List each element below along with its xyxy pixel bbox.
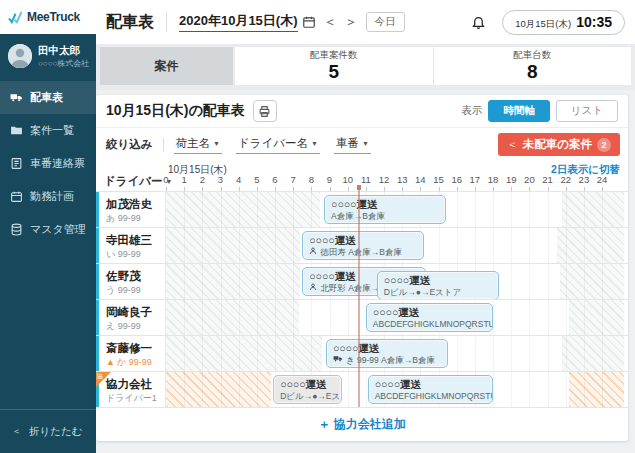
unavailable-hatch: [562, 192, 624, 227]
sidebar: MeeTruck 田中太郎 ○○○○株式会社 配車表案件一覧車番連絡票勤務計画マ…: [0, 0, 96, 453]
caret-down-icon: ▼: [311, 140, 318, 147]
app-logo: MeeTruck: [0, 0, 96, 34]
driver-label: 協協力会社ドライバー1: [96, 372, 166, 407]
add-partner-button[interactable]: ＋ 協力会社追加: [318, 416, 405, 433]
dispatch-card[interactable]: ○○○○運送ABCDEFGHIGKLMNOPQRSTU倉庫…: [366, 303, 493, 332]
date-picker-value[interactable]: 2020年10月15日(木): [179, 12, 298, 32]
hour-gridline: [511, 264, 512, 299]
hour-gridline: [202, 336, 203, 371]
driver-rows: 加茂浩史あ 99-99○○○○運送A倉庫→B倉庫寺田雄三い 99-99○○○○運…: [96, 191, 628, 407]
hour-label: 14: [415, 174, 426, 185]
hour-label: 19: [506, 174, 517, 185]
stat-value: 8: [527, 62, 538, 83]
hour-gridline: [493, 336, 494, 371]
timeline-header: ドライバー▼ 10月15日(木) 2日表示に切替 012345678910111…: [96, 161, 628, 191]
hour-label: 9: [327, 174, 332, 185]
hour-gridline: [202, 192, 203, 227]
filter-dropdown-label: 荷主名: [176, 137, 211, 149]
filter-bar: 絞り込み 荷主名▼ドライバー名▼車番▼ ＜ 未配車の案件 2: [96, 128, 628, 161]
hour-gridline: [202, 228, 203, 263]
sidebar-item-3[interactable]: 勤務計画: [0, 180, 96, 213]
dispatch-card[interactable]: ○○○○運送き 99-99 A倉庫→B倉庫: [326, 339, 448, 368]
view-option-1[interactable]: リスト: [556, 100, 618, 122]
hour-gridline: [257, 228, 258, 263]
board-title: 10月15日(木)の配車表: [106, 102, 245, 120]
dispatch-card-route: ABCDEFGHIGKLMNOPQRSTU倉庫…: [373, 319, 486, 330]
driver-plate-text: い 99-99: [106, 249, 141, 259]
hour-gridline: [348, 300, 349, 335]
stat-value: 5: [328, 62, 339, 83]
database-icon: [10, 223, 23, 236]
dispatch-card[interactable]: ○○○○運送徳田寿 A倉庫→B倉庫: [302, 231, 424, 260]
next-day-button[interactable]: ＞: [341, 13, 362, 31]
board-footer: ＋ 協力会社追加: [96, 407, 628, 441]
sidebar-item-4[interactable]: マスタ管理: [0, 213, 96, 246]
sidebar-item-2[interactable]: 車番連絡票: [0, 147, 96, 180]
dispatch-board: 10月15日(木)の配車表 表示 時間軸リスト 絞り込み 荷主名▼ドライバー名▼…: [96, 95, 628, 441]
sidebar-item-1[interactable]: 案件一覧: [0, 114, 96, 147]
row-accent: [96, 228, 99, 263]
unavailable-hatch: [557, 228, 624, 263]
dispatch-card[interactable]: ○○○○運送A倉庫→B倉庫: [324, 195, 446, 224]
print-button[interactable]: [253, 100, 277, 122]
dispatch-card-title: ○○○○運送: [331, 198, 439, 211]
sidebar-item-label: 車番連絡票: [30, 156, 85, 171]
dispatch-card[interactable]: ○○○○運送ABCDEFGHIGKLMNOPQRSTU倉庫…: [368, 375, 493, 404]
prev-day-button[interactable]: ＜: [320, 13, 341, 31]
avatar: [8, 44, 32, 68]
driver-plate: え 99-99: [106, 320, 161, 333]
hour-label: 2: [200, 174, 205, 185]
hour-label: 21: [542, 174, 553, 185]
hour-gridline: [239, 192, 240, 227]
calendar-icon: [10, 190, 23, 203]
hour-gridline: [602, 264, 603, 299]
hour-gridline: [493, 192, 494, 227]
hour-label: 11: [361, 174, 371, 185]
row-accent: [96, 300, 99, 335]
dispatch-card-route: Dビル→●→Eストア: [384, 287, 492, 298]
driver-row: 加茂浩史あ 99-99○○○○運送A倉庫→B倉庫: [96, 191, 628, 227]
stat-cards: 配車案件数5配車台数8: [235, 47, 631, 85]
driver-column-sort[interactable]: ドライバー▼: [104, 174, 173, 189]
driver-name: 斎藤修一: [106, 341, 161, 356]
hour-gridline: [566, 300, 567, 335]
hour-label: 15: [433, 174, 444, 185]
filter-dropdown-label: 車番: [336, 137, 359, 149]
filter-dropdown-1[interactable]: ドライバー名▼: [236, 136, 320, 154]
hour-gridline: [566, 372, 567, 407]
driver-track: ○○○○運送Dビル→●→Eストア○○○○運送ABCDEFGHIGKLMNOPQR…: [166, 372, 624, 407]
dispatch-card[interactable]: ○○○○運送Dビル→●→Eストア: [273, 375, 342, 404]
header: 配車表 2020年10月15日(木) ＜ ＞ 今日 10月15日(木) 10:3…: [96, 0, 635, 44]
sidebar-item-0[interactable]: 配車表: [0, 81, 96, 114]
hour-gridline: [529, 372, 530, 407]
driver-name: 岡崎良子: [106, 305, 161, 320]
hour-gridline: [602, 336, 603, 371]
hour-gridline: [602, 228, 603, 263]
hour-label: 13: [397, 174, 408, 185]
hour-gridline: [529, 264, 530, 299]
unassigned-label: 未配車の案件: [523, 137, 592, 152]
hour-label: 3: [218, 174, 223, 185]
clock-time: 10:35: [576, 14, 612, 30]
calendar-icon[interactable]: [298, 15, 320, 29]
dispatch-card[interactable]: ○○○○運送Dビル→●→Eストア: [377, 271, 499, 299]
board-header: 10月15日(木)の配車表 表示 時間軸リスト: [96, 95, 628, 128]
hour-gridline: [257, 264, 258, 299]
hour-label: 6: [272, 174, 277, 185]
bell-icon[interactable]: [467, 14, 490, 30]
unassigned-cases-button[interactable]: ＜ 未配車の案件 2: [498, 133, 620, 156]
hour-gridline: [548, 300, 549, 335]
hour-label: 1: [182, 174, 187, 185]
stat-1: 配車台数8: [433, 47, 632, 85]
divider: [166, 12, 167, 32]
hour-gridline: [493, 228, 494, 263]
hour-gridline: [584, 192, 585, 227]
sidebar-collapse-button[interactable]: ＜ 折りたたむ: [0, 409, 96, 453]
view-option-0[interactable]: 時間軸: [488, 100, 550, 122]
document-icon: [10, 157, 23, 170]
driver-row: 佐野茂う 99-99○○○○運送北野彩 A倉庫→B倉庫○○○○運送Dビル→●→E…: [96, 263, 628, 299]
filter-dropdown-2[interactable]: 車番▼: [334, 136, 371, 154]
filter-dropdown-0[interactable]: 荷主名▼: [174, 136, 222, 154]
tab-cases[interactable]: 案件: [100, 47, 233, 85]
today-button[interactable]: 今日: [366, 12, 405, 32]
